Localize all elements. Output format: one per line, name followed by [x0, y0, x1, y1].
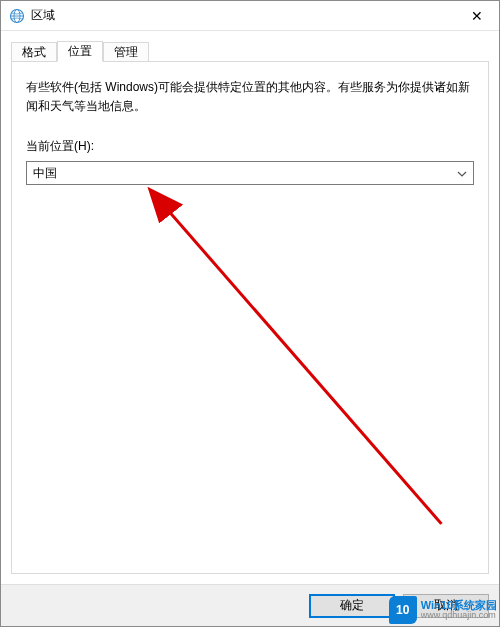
- svg-line-4: [167, 209, 441, 523]
- tab-admin[interactable]: 管理: [103, 42, 149, 61]
- cancel-button[interactable]: 取消: [403, 594, 489, 618]
- client-area: 格式 位置 管理 有些软件(包括 Windows)可能会提供特定位置的其他内容。…: [1, 31, 499, 584]
- close-button[interactable]: ✕: [454, 1, 499, 30]
- tab-format[interactable]: 格式: [11, 42, 57, 61]
- tab-panel-location: 有些软件(包括 Windows)可能会提供特定位置的其他内容。有些服务为你提供诸…: [11, 61, 489, 574]
- tab-location[interactable]: 位置: [57, 41, 103, 62]
- region-dialog: 区域 ✕ 格式 位置 管理 有些软件(包括 Windows)可能会提供特定位置的…: [0, 0, 500, 627]
- ok-button[interactable]: 确定: [309, 594, 395, 618]
- button-label: 确定: [340, 597, 364, 614]
- current-location-label: 当前位置(H):: [26, 138, 474, 155]
- tab-label: 格式: [22, 44, 46, 61]
- titlebar: 区域 ✕: [1, 1, 499, 31]
- dialog-button-row: 确定 取消: [1, 584, 499, 626]
- chevron-down-icon: [457, 168, 467, 179]
- current-location-value: 中国: [33, 165, 457, 182]
- tab-label: 位置: [68, 43, 92, 60]
- current-location-dropdown[interactable]: 中国: [26, 161, 474, 185]
- tabstrip: 格式 位置 管理: [11, 39, 489, 61]
- tab-label: 管理: [114, 44, 138, 61]
- globe-icon: [9, 8, 25, 24]
- close-icon: ✕: [471, 9, 483, 23]
- window-title: 区域: [31, 7, 55, 24]
- button-label: 取消: [434, 597, 458, 614]
- description-text: 有些软件(包括 Windows)可能会提供特定位置的其他内容。有些服务为你提供诸…: [26, 78, 474, 116]
